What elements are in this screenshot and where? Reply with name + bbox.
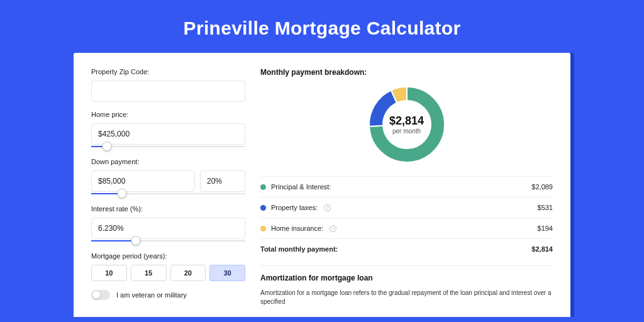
interest-rate-label: Interest rate (%):	[91, 205, 245, 213]
home-price-field: Home price:	[91, 111, 245, 149]
slider-thumb-icon[interactable]	[131, 236, 141, 245]
donut-chart-wrap: $2,814 per month	[260, 84, 553, 165]
home-price-slider[interactable]	[91, 144, 245, 149]
zip-field: Property Zip Code:	[91, 68, 245, 102]
page-title: Prineville Mortgage Calculator	[0, 0, 644, 53]
mortgage-period-field: Mortgage period (years): 10152030	[91, 252, 245, 281]
donut-chart: $2,814 per month	[367, 84, 447, 165]
veteran-toggle[interactable]	[91, 290, 110, 300]
home-price-label: Home price:	[91, 111, 245, 118]
down-payment-input[interactable]	[91, 170, 195, 192]
legend-dot-icon	[260, 184, 266, 190]
period-option-30[interactable]: 30	[209, 265, 245, 281]
veteran-row: I am veteran or military	[91, 290, 245, 300]
period-option-10[interactable]: 10	[91, 265, 127, 281]
info-icon[interactable]: ?	[330, 225, 336, 232]
donut-center: $2,814 per month	[367, 84, 447, 165]
breakdown-column: Monthly payment breakdown: $2,814 per mo…	[260, 68, 553, 306]
interest-rate-slider[interactable]	[91, 238, 245, 243]
amortization-section: Amortization for mortgage loan Amortizat…	[260, 265, 553, 306]
info-icon[interactable]: ?	[324, 204, 331, 211]
toggle-knob-icon	[92, 291, 100, 299]
legend-dot-icon	[260, 205, 266, 211]
legend-dot-icon	[260, 226, 266, 231]
legend-total-label: Total monthly payment:	[260, 245, 338, 253]
interest-rate-field: Interest rate (%):	[91, 205, 245, 243]
legend-label: Principal & Interest:	[271, 183, 331, 191]
home-price-input[interactable]	[91, 123, 245, 145]
zip-label: Property Zip Code:	[91, 68, 245, 75]
down-payment-slider[interactable]	[91, 191, 245, 196]
down-payment-pct-input[interactable]	[200, 170, 245, 192]
donut-center-sub: per month	[392, 128, 421, 135]
form-column: Property Zip Code: Home price: Down paym…	[91, 68, 245, 306]
legend-value: $531	[538, 204, 553, 211]
legend-label: Home insurance:	[271, 225, 323, 232]
legend: Principal & Interest:$2,089Property taxe…	[260, 176, 553, 259]
legend-label: Property taxes:	[271, 204, 318, 211]
mortgage-period-label: Mortgage period (years):	[91, 252, 245, 260]
breakdown-heading: Monthly payment breakdown:	[260, 68, 553, 77]
zip-input[interactable]	[91, 80, 245, 102]
legend-total-row: Total monthly payment:$2,814	[260, 239, 553, 259]
legend-row: Home insurance:?$194	[260, 218, 553, 239]
slider-thumb-icon[interactable]	[118, 189, 127, 198]
legend-value: $2,089	[531, 183, 553, 191]
amortization-heading: Amortization for mortgage loan	[260, 274, 553, 282]
veteran-label: I am veteran or military	[116, 291, 187, 299]
calculator-card: Property Zip Code: Home price: Down paym…	[74, 53, 570, 317]
down-payment-field: Down payment:	[91, 158, 245, 196]
mortgage-period-options: 10152030	[91, 265, 245, 281]
interest-rate-input[interactable]	[91, 218, 245, 239]
legend-row: Property taxes:?$531	[260, 197, 553, 218]
legend-total-value: $2,814	[531, 245, 553, 253]
legend-row: Principal & Interest:$2,089	[260, 177, 553, 197]
period-option-20[interactable]: 20	[170, 265, 206, 281]
down-payment-label: Down payment:	[91, 158, 245, 165]
donut-center-value: $2,814	[389, 114, 424, 128]
slider-thumb-icon[interactable]	[102, 142, 111, 151]
legend-value: $194	[538, 225, 553, 232]
period-option-15[interactable]: 15	[131, 265, 167, 281]
amortization-body: Amortization for a mortgage loan refers …	[260, 289, 553, 306]
